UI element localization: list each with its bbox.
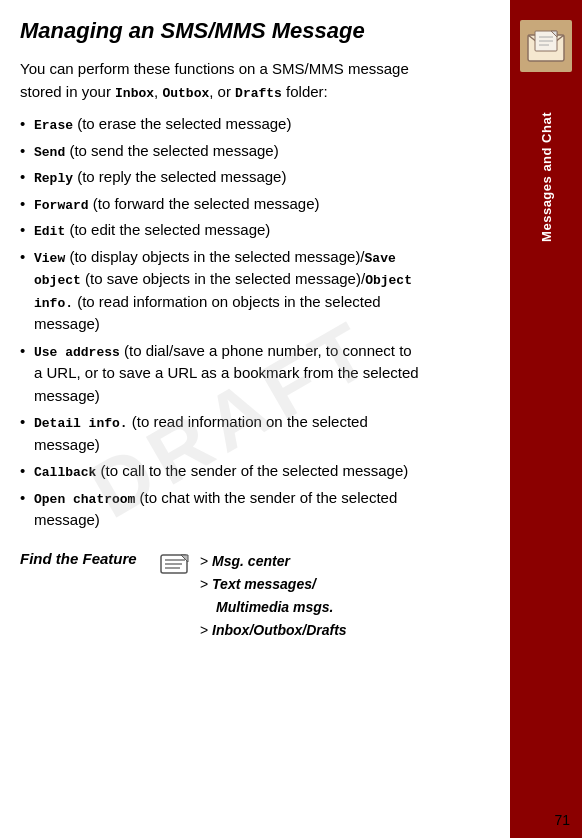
list-item: Detail info. (to read information on the…: [20, 411, 420, 456]
list-item: Forward (to forward the selected message…: [20, 193, 420, 216]
list-item: Use address (to dial/save a phone number…: [20, 340, 420, 408]
feature-path-box: > Msg. center > Text messages/ Multimedi…: [160, 550, 347, 642]
sidebar-label: Messages and Chat: [539, 112, 554, 242]
list-item: View (to display objects in the selected…: [20, 246, 420, 336]
find-feature-label: Find the Feature: [20, 550, 150, 567]
page-number: 71: [554, 812, 570, 828]
list-item: Send (to send the selected message): [20, 140, 420, 163]
list-item: Callback (to call to the sender of the s…: [20, 460, 420, 483]
list-item: Edit (to edit the selected message): [20, 219, 420, 242]
list-item: Open chatroom (to chat with the sender o…: [20, 487, 420, 532]
sidebar-envelope-icon: [520, 20, 572, 72]
message-center-icon: [160, 553, 190, 580]
list-item: Erase (to erase the selected message): [20, 113, 420, 136]
intro-paragraph: You can perform these functions on a SMS…: [20, 58, 420, 103]
list-item: Reply (to reply the selected message): [20, 166, 420, 189]
sidebar: Messages and Chat: [510, 0, 582, 838]
main-content: Managing an SMS/MMS Message You can perf…: [0, 0, 510, 838]
find-feature-steps: > Msg. center > Text messages/ Multimedi…: [200, 550, 347, 642]
page-container: DRAFT Managing an SMS/MMS Message You ca…: [0, 0, 582, 838]
page-title: Managing an SMS/MMS Message: [20, 18, 420, 44]
find-feature-section: Find the Feature > Msg. center: [20, 550, 420, 642]
feature-list: Erase (to erase the selected message) Se…: [20, 113, 420, 532]
